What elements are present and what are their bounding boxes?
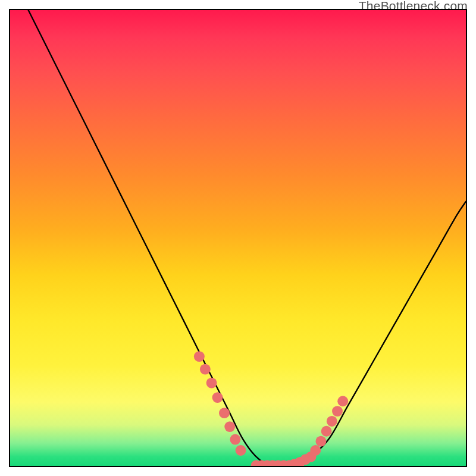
highlight-dot	[315, 436, 326, 447]
highlight-dot	[219, 408, 230, 418]
chart-svg	[10, 10, 466, 466]
highlight-dot	[310, 445, 321, 456]
highlight-dot	[200, 364, 211, 375]
highlight-dot	[194, 351, 205, 362]
bottleneck-curve-path	[29, 10, 466, 466]
curve-layer	[29, 10, 466, 466]
highlight-dot	[327, 416, 337, 427]
highlight-dots-layer	[194, 351, 348, 466]
highlight-dot	[337, 396, 348, 406]
highlight-dot	[236, 445, 246, 456]
plot-area	[9, 9, 467, 467]
highlight-dot	[224, 421, 235, 432]
highlight-dot	[332, 406, 343, 416]
chart-frame: TheBottleneck.com	[0, 0, 476, 476]
highlight-dot	[212, 392, 223, 403]
highlight-dot	[230, 434, 240, 445]
highlight-dot	[206, 378, 217, 389]
highlight-dot	[321, 426, 332, 437]
